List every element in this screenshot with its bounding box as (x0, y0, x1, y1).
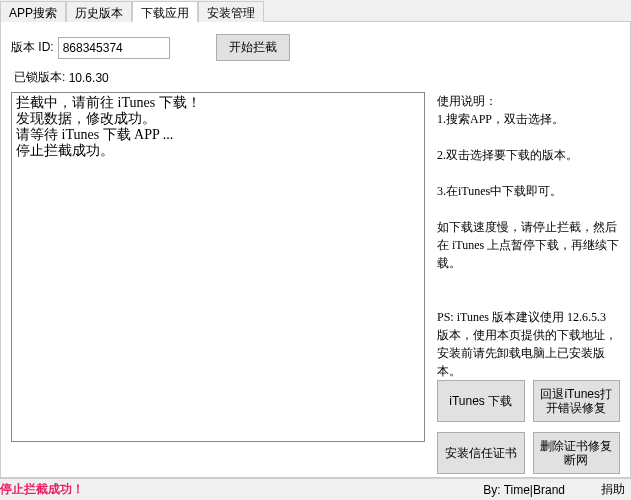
status-bar: 停止拦截成功！ By: Time|Brand 捐助 (0, 478, 631, 500)
start-intercept-button[interactable]: 开始拦截 (216, 34, 290, 61)
main-row: 拦截中，请前往 iTunes 下载！ 发现数据，修改成功。 请等待 iTunes… (11, 92, 620, 474)
side-buttons: iTunes 下载 回退iTunes打开错误修复 安装信任证书 删除证书修复断网 (437, 380, 620, 474)
tab-install-manage[interactable]: 安装管理 (198, 1, 264, 22)
donate-link[interactable]: 捐助 (601, 481, 625, 498)
version-id-label: 版本 ID: (11, 39, 54, 56)
tab-history-version[interactable]: 历史版本 (66, 1, 132, 22)
tab-download-app[interactable]: 下载应用 (132, 1, 198, 22)
log-output[interactable]: 拦截中，请前往 iTunes 下载！ 发现数据，修改成功。 请等待 iTunes… (11, 92, 425, 442)
credit-text: By: Time|Brand (483, 483, 565, 497)
locked-version-row: 已锁版本: 10.6.30 (14, 69, 620, 86)
remove-cert-button[interactable]: 删除证书修复断网 (533, 432, 621, 474)
tab-bar: APP搜索 历史版本 下载应用 安装管理 (0, 0, 631, 22)
trust-cert-button[interactable]: 安装信任证书 (437, 432, 525, 474)
locked-version-value: 10.6.30 (69, 71, 109, 85)
tab-app-search[interactable]: APP搜索 (0, 1, 66, 22)
itunes-download-button[interactable]: iTunes 下载 (437, 380, 525, 422)
tab-content: 版本 ID: 开始拦截 已锁版本: 10.6.30 拦截中，请前往 iTunes… (0, 22, 631, 478)
version-id-row: 版本 ID: 开始拦截 (11, 34, 620, 61)
locked-version-label: 已锁版本: (14, 69, 65, 86)
rollback-fix-button[interactable]: 回退iTunes打开错误修复 (533, 380, 621, 422)
footer-right: By: Time|Brand 捐助 (483, 481, 625, 498)
side-panel: 使用说明： 1.搜索APP，双击选择。 2.双击选择要下载的版本。 3.在iTu… (425, 92, 620, 474)
status-message: 停止拦截成功！ (0, 481, 84, 498)
instructions-text: 使用说明： 1.搜索APP，双击选择。 2.双击选择要下载的版本。 3.在iTu… (437, 92, 620, 380)
version-id-input[interactable] (58, 37, 170, 59)
